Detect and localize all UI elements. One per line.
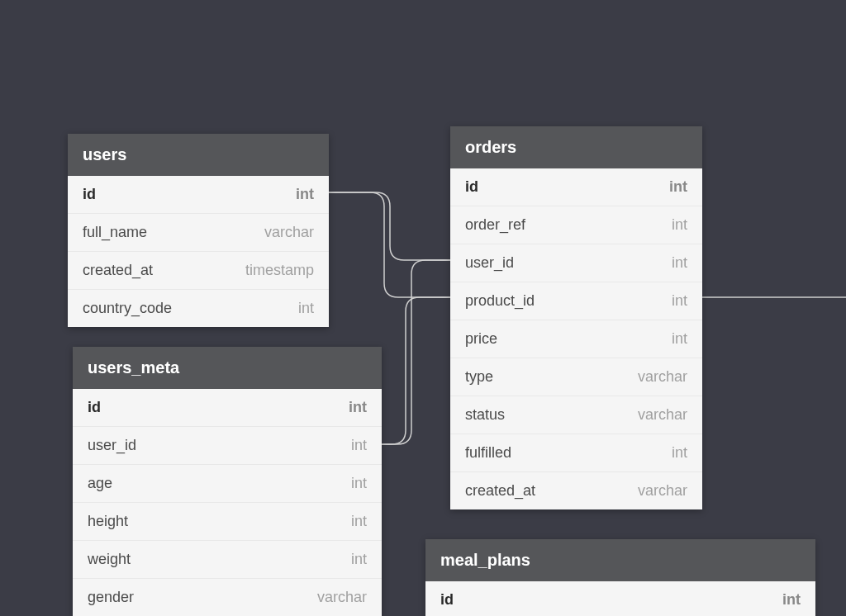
- table-header-users: users: [68, 134, 329, 176]
- column-name: age: [88, 475, 112, 492]
- column-row[interactable]: id int: [450, 168, 702, 206]
- column-name: price: [465, 330, 497, 348]
- column-row[interactable]: status varchar: [450, 396, 702, 434]
- column-type: int: [296, 186, 314, 203]
- column-name: user_id: [465, 254, 514, 272]
- column-type: int: [672, 330, 687, 348]
- column-row[interactable]: gender varchar: [73, 579, 382, 616]
- column-type: varchar: [638, 482, 687, 500]
- column-type: int: [351, 437, 367, 454]
- column-type: int: [669, 178, 687, 196]
- column-row[interactable]: weight int: [73, 541, 382, 579]
- column-type: int: [351, 551, 367, 568]
- column-name: created_at: [83, 262, 153, 279]
- table-title: orders: [465, 138, 516, 156]
- table-users[interactable]: users id int full_name varchar created_a…: [68, 134, 329, 327]
- table-header-users-meta: users_meta: [73, 347, 382, 389]
- table-title: users: [83, 145, 126, 163]
- column-row[interactable]: type varchar: [450, 358, 702, 396]
- column-type: int: [672, 216, 687, 234]
- column-type: int: [782, 591, 801, 609]
- column-name: user_id: [88, 437, 136, 454]
- column-type: varchar: [638, 406, 687, 424]
- column-type: timestamp: [245, 262, 314, 279]
- table-users-meta[interactable]: users_meta id int user_id int age int he…: [73, 347, 382, 616]
- column-name: full_name: [83, 224, 147, 241]
- column-row[interactable]: fulfilled int: [450, 434, 702, 472]
- column-name: id: [440, 591, 454, 609]
- column-row[interactable]: id int: [73, 389, 382, 427]
- column-type: varchar: [264, 224, 314, 241]
- column-name: weight: [88, 551, 131, 568]
- column-row[interactable]: id int: [425, 581, 815, 616]
- column-type: int: [672, 444, 687, 462]
- column-name: created_at: [465, 482, 535, 500]
- table-orders[interactable]: orders id int order_ref int user_id int …: [450, 126, 702, 509]
- column-name: country_code: [83, 300, 172, 317]
- column-name: type: [465, 368, 493, 386]
- table-title: users_meta: [88, 358, 179, 377]
- column-row[interactable]: order_ref int: [450, 206, 702, 244]
- column-row[interactable]: height int: [73, 503, 382, 541]
- column-type: int: [672, 292, 687, 310]
- column-row[interactable]: id int: [68, 176, 329, 214]
- column-name: fulfilled: [465, 444, 511, 462]
- column-row[interactable]: country_code int: [68, 290, 329, 327]
- column-name: status: [465, 406, 505, 424]
- column-row[interactable]: created_at varchar: [450, 472, 702, 509]
- column-row[interactable]: product_id int: [450, 282, 702, 320]
- column-name: id: [465, 178, 478, 196]
- table-meal-plans[interactable]: meal_plans id int: [425, 539, 815, 616]
- column-row[interactable]: age int: [73, 465, 382, 503]
- column-row[interactable]: user_id int: [73, 427, 382, 465]
- table-header-meal-plans: meal_plans: [425, 539, 815, 581]
- column-row[interactable]: price int: [450, 320, 702, 358]
- column-row[interactable]: full_name varchar: [68, 214, 329, 252]
- table-title: meal_plans: [440, 551, 530, 569]
- column-type: varchar: [638, 368, 687, 386]
- column-row[interactable]: user_id int: [450, 244, 702, 282]
- table-header-orders: orders: [450, 126, 702, 168]
- column-name: gender: [88, 589, 134, 606]
- column-name: id: [83, 186, 96, 203]
- column-type: int: [351, 475, 367, 492]
- column-type: int: [298, 300, 314, 317]
- column-row[interactable]: created_at timestamp: [68, 252, 329, 290]
- column-name: order_ref: [465, 216, 525, 234]
- column-name: height: [88, 513, 128, 530]
- column-type: int: [351, 513, 367, 530]
- column-name: product_id: [465, 292, 535, 310]
- column-type: int: [672, 254, 687, 272]
- column-type: int: [349, 399, 367, 416]
- column-type: varchar: [317, 589, 367, 606]
- column-name: id: [88, 399, 101, 416]
